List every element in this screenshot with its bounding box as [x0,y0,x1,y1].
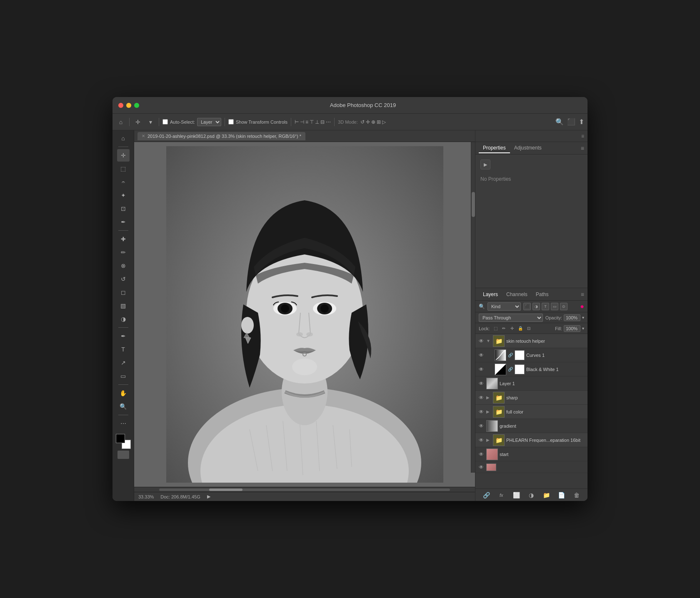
lasso-tool[interactable]: 𝄐 [117,176,130,188]
layer-vis-sharp[interactable]: 👁 [478,394,485,401]
layer-item-sharp[interactable]: 👁 ▶ 📁 sharp [475,391,588,405]
filter-pixel-icon[interactable]: ⬛ [523,303,531,310]
scrollbar-h-thumb[interactable] [209,488,242,491]
quick-mask-button[interactable] [118,451,129,459]
align-left-icon[interactable]: ⊢ [295,119,299,125]
transform-controls-checkbox[interactable] [228,119,234,125]
layer-item-extra[interactable]: 👁 [475,461,588,473]
lock-all-icon[interactable]: 🔒 [517,325,524,332]
canvas-viewport[interactable] [134,142,475,487]
lock-position-icon[interactable]: ✛ [509,325,515,332]
layer-link-bw[interactable]: 🔗 [508,367,513,372]
layer-vis-fullcolor[interactable]: 👁 [478,409,485,415]
lock-artboard-icon[interactable]: ⊡ [525,325,532,332]
properties-icon-1[interactable]: ▶ [480,159,490,169]
hand-tool[interactable]: ✋ [117,387,130,399]
color-swatches[interactable] [116,434,131,449]
close-button[interactable] [118,103,123,108]
layer-item-fullcolor[interactable]: 👁 ▶ 📁 full color [475,405,588,419]
gradient-tool[interactable]: ▧ [117,299,130,312]
dodge-tool[interactable]: ◑ [117,313,130,325]
fullscreen-button[interactable] [134,103,139,108]
canvas-tab-main[interactable]: ✕ 2019-01-20-ashley-pink0812.psd @ 33.3%… [138,132,305,140]
fx-button[interactable]: fx [497,491,505,499]
scrollbar-vertical[interactable] [471,142,475,473]
marquee-tool[interactable]: ⬚ [117,162,130,175]
brush-tool[interactable]: ✏ [117,246,130,259]
layer-vis-phlearn[interactable]: 👁 [478,437,485,444]
search-button[interactable]: 🔍 [555,118,564,126]
3d-rotate-icon[interactable]: ↺ [360,119,365,125]
layer-vis-gradient[interactable]: 👁 [478,423,485,429]
tab-close-icon[interactable]: ✕ [142,134,145,138]
blend-mode-select[interactable]: Pass Through [479,314,543,322]
layer-expand-skin-retouch[interactable]: ▼ [486,339,491,343]
link-layers-button[interactable]: 🔗 [482,491,490,499]
align-top-icon[interactable]: ⊤ [310,119,314,125]
layer-item-bw[interactable]: 👁 🔗 Black & White 1 [475,362,588,376]
lock-transparency-icon[interactable]: ⬚ [492,325,499,332]
properties-panel-menu-icon[interactable]: ≡ [581,145,584,152]
tab-layers[interactable]: Layers [479,290,502,299]
fill-arrow-icon[interactable]: ▾ [582,326,584,331]
layer-expand-phlearn[interactable]: ▶ [486,438,491,442]
layer-vis-bw[interactable]: 👁 [478,366,485,373]
add-mask-button[interactable]: ⬜ [512,491,520,499]
layer-vis-skin-retouch[interactable]: 👁 [478,338,485,344]
move-tool-arrow[interactable]: ▾ [145,117,155,127]
align-right-icon[interactable]: ≡ [305,119,308,125]
layer-link-curves[interactable]: 🔗 [508,353,513,358]
workspace-button[interactable]: ⬛ [567,118,575,126]
layer-select[interactable]: Layer [197,118,221,126]
3d-video-icon[interactable]: ▷ [382,119,386,125]
3d-scale-icon[interactable]: ⊕ [371,119,375,125]
add-adjustment-button[interactable]: ◑ [527,491,535,499]
layer-vis-curves[interactable]: 👁 [478,352,485,359]
create-layer-button[interactable]: 📄 [558,491,566,499]
scrollbar-vertical-thumb[interactable] [472,192,475,217]
layer-item-layer1[interactable]: 👁 Layer 1 [475,376,588,391]
history-brush-tool[interactable]: ↺ [117,273,130,285]
auto-select-checkbox[interactable] [162,119,168,125]
create-group-button[interactable]: 📁 [542,491,551,499]
layer-filter-select[interactable]: Kind [488,302,521,311]
layer-expand-sharp[interactable]: ▶ [486,395,491,400]
layer-vis-extra[interactable]: 👁 [478,464,485,471]
layer-item-skin-retouch[interactable]: 👁 ▼ 📁 skin retouch helper [475,334,588,348]
more-tools[interactable]: ⋯ [117,417,130,430]
lock-pixels-icon[interactable]: ✏ [500,325,507,332]
tab-properties[interactable]: Properties [479,143,510,153]
healing-tool[interactable]: ✚ [117,233,130,245]
tab-adjustments[interactable]: Adjustments [510,143,546,153]
opacity-value[interactable]: 100% [564,314,580,321]
filter-active-icon[interactable]: ● [580,303,584,310]
align-center-h-icon[interactable]: ⊣ [300,119,304,125]
align-bottom-icon[interactable]: ⊟ [320,119,325,125]
filter-adj-icon[interactable]: ◑ [532,303,540,310]
path-select-tool[interactable]: ↗ [117,356,130,369]
minimize-button[interactable] [126,103,131,108]
layer-vis-layer1[interactable]: 👁 [478,380,485,387]
layer-item-gradient[interactable]: 👁 gradient [475,419,588,433]
stamp-tool[interactable]: ⊗ [117,259,130,272]
tab-channels[interactable]: Channels [502,290,532,299]
3d-nav-icon[interactable]: ⊞ [377,119,381,125]
home-button[interactable]: ⌂ [116,117,126,127]
layer-vis-start[interactable]: 👁 [478,451,485,458]
zoom-tool[interactable]: 🔍 [117,400,130,413]
fill-value[interactable]: 100% [564,325,580,332]
filter-smart-icon[interactable]: ⊙ [560,303,568,310]
filter-shape-icon[interactable]: ▭ [551,303,558,310]
home-tool[interactable]: ⌂ [117,132,130,145]
eraser-tool[interactable]: ◻ [117,286,130,299]
layer-expand-fullcolor[interactable]: ▶ [486,409,491,414]
layer-item-phlearn[interactable]: 👁 ▶ 📁 PHLEARN Frequen...eparation 16bit [475,433,588,447]
eyedropper-tool[interactable]: ✒ [117,216,130,228]
properties-collapse-btn[interactable]: ≡ [581,133,584,139]
opacity-arrow-icon[interactable]: ▾ [582,315,584,320]
pen-tool[interactable]: ✒ [117,330,130,342]
move-tool[interactable]: ✛ [117,149,130,162]
shape-tool[interactable]: ▭ [117,370,130,382]
3d-move-icon[interactable]: ✛ [366,119,370,125]
magic-wand-tool[interactable]: ✦ [117,189,130,202]
